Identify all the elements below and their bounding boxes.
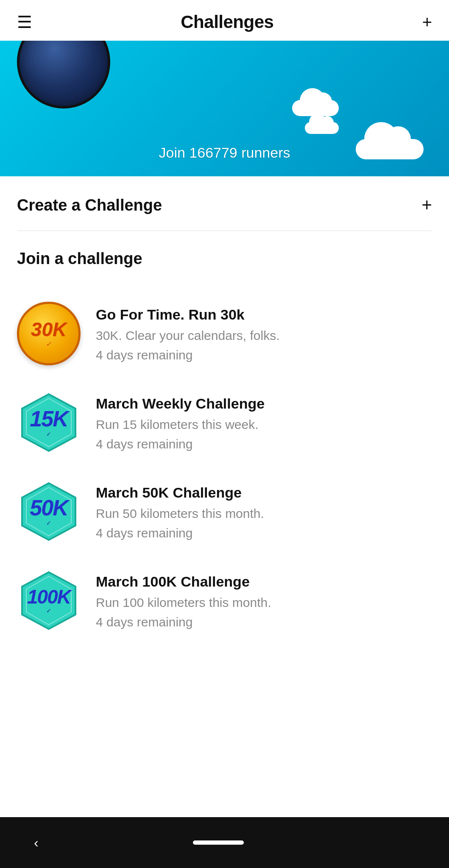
challenge-info-30k: Go For Time. Run 30k 30K. Clear your cal…: [96, 302, 432, 364]
challenge-list: 30K ✓ Go For Time. Run 30k 30K. Clear yo…: [0, 289, 449, 645]
badge-30k-swoosh: ✓: [46, 340, 51, 348]
badge-50k-swoosh: ✓: [46, 520, 51, 526]
challenge-item-100k[interactable]: 100K ✓ March 100K Challenge Run 100 kilo…: [17, 556, 432, 645]
challenge-remaining-30k: 4 days remaining: [96, 346, 432, 364]
badge-15k-swoosh: ✓: [46, 431, 51, 437]
hero-banner: Join 166779 runners: [0, 41, 449, 176]
challenge-info-100k: March 100K Challenge Run 100 kilometers …: [96, 569, 432, 631]
badge-100k-swoosh: ✓: [46, 607, 51, 614]
challenge-remaining-100k: 4 days remaining: [96, 613, 432, 631]
home-indicator: [193, 840, 244, 845]
badge-100k-text: 100K: [27, 587, 70, 606]
badge-15k-content: 15K ✓: [30, 408, 67, 437]
challenge-item-30k[interactable]: 30K ✓ Go For Time. Run 30k 30K. Clear yo…: [17, 289, 432, 378]
badge-coin-30k: 30K ✓: [17, 302, 81, 365]
menu-icon[interactable]: ☰: [17, 12, 32, 32]
cloud-decoration-3: [305, 122, 339, 134]
cloud-decoration-2: [356, 139, 424, 159]
challenge-info-15k: March Weekly Challenge Run 15 kilometers…: [96, 391, 432, 453]
page-title: Challenges: [181, 12, 273, 32]
challenge-item-50k[interactable]: 50K ✓ March 50K Challenge Run 50 kilomet…: [17, 467, 432, 556]
challenge-desc-50k: Run 50 kilometers this month.: [96, 505, 432, 523]
challenge-badge-30k: 30K ✓: [17, 302, 81, 365]
badge-100k-content: 100K ✓: [27, 587, 70, 614]
create-challenge-plus-icon[interactable]: +: [421, 195, 432, 215]
challenge-desc-15k: Run 15 kilometers this week.: [96, 416, 432, 434]
header: ☰ Challenges +: [0, 0, 449, 41]
challenge-desc-30k: 30K. Clear your calendars, folks.: [96, 327, 432, 345]
challenge-remaining-50k: 4 days remaining: [96, 524, 432, 542]
challenge-title-15k: March Weekly Challenge: [96, 395, 432, 412]
badge-50k-content: 50K ✓: [30, 497, 67, 526]
bottom-navigation-bar: ‹: [0, 817, 449, 868]
challenge-item-15k[interactable]: 15K ✓ March Weekly Challenge Run 15 kilo…: [17, 378, 432, 467]
back-button[interactable]: ‹: [34, 835, 39, 851]
create-challenge-section[interactable]: Create a Challenge +: [0, 176, 449, 231]
challenge-badge-100k: 100K ✓: [17, 569, 81, 632]
badge-15k-text: 15K: [30, 408, 67, 430]
challenge-badge-50k: 50K ✓: [17, 480, 81, 543]
challenge-desc-100k: Run 100 kilometers this month.: [96, 594, 432, 612]
add-challenge-icon[interactable]: +: [422, 13, 432, 32]
challenge-info-50k: March 50K Challenge Run 50 kilometers th…: [96, 480, 432, 542]
join-challenge-section: Join a challenge: [0, 231, 449, 289]
challenge-title-50k: March 50K Challenge: [96, 484, 432, 501]
globe-image: [17, 41, 110, 108]
hero-join-text: Join 166779 runners: [159, 145, 290, 161]
challenge-badge-15k: 15K ✓: [17, 391, 81, 454]
badge-30k-text: 30K: [31, 320, 67, 339]
challenge-remaining-15k: 4 days remaining: [96, 435, 432, 453]
join-challenge-label: Join a challenge: [17, 250, 432, 268]
challenge-title-100k: March 100K Challenge: [96, 573, 432, 590]
challenge-title-30k: Go For Time. Run 30k: [96, 306, 432, 323]
create-challenge-label: Create a Challenge: [17, 196, 162, 214]
badge-50k-text: 50K: [30, 497, 67, 519]
